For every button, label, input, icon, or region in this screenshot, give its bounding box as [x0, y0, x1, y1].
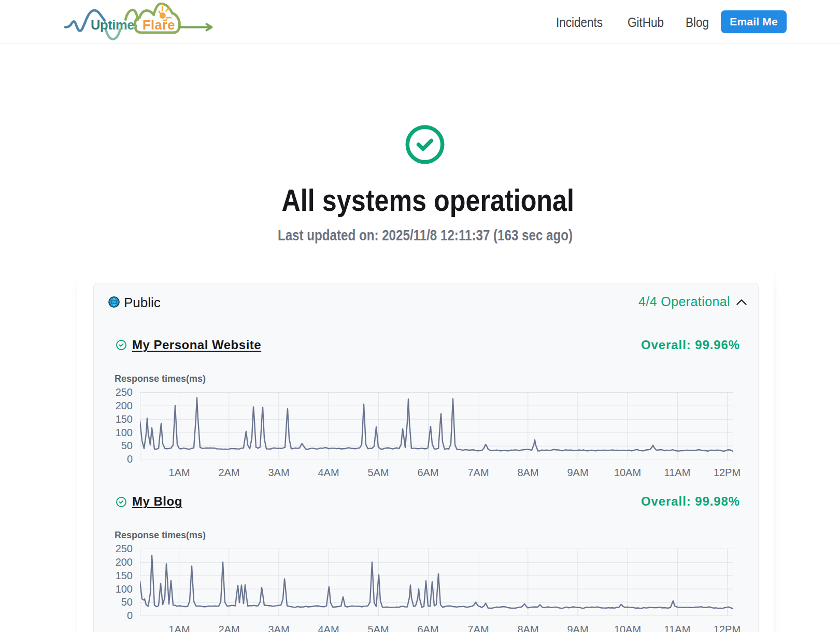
svg-text:Flare: Flare [143, 18, 175, 32]
svg-text:Uptime: Uptime [91, 18, 134, 32]
